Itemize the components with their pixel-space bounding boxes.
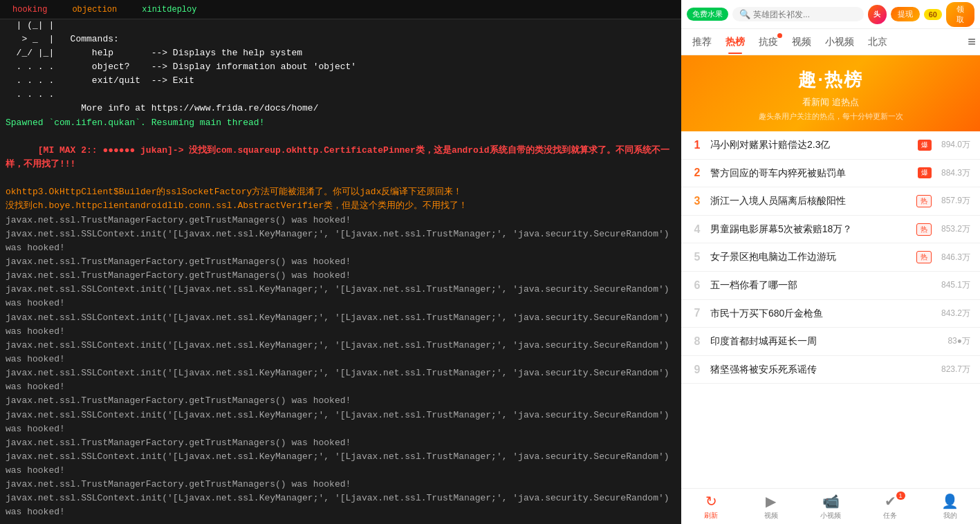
tab-xinitdeploy[interactable]: xinitdeploy	[129, 2, 209, 17]
log-line-9: javax.net.ssl.SSLContext.init('[Ljavax.n…	[6, 409, 676, 436]
hot-rank: 5	[691, 251, 703, 263]
bottom-nav-label: 任务	[883, 511, 897, 521]
hot-badge-hot: 热	[916, 251, 932, 263]
nav-tuijian[interactable]: 推荐	[685, 30, 719, 54]
log-line-8: javax.net.ssl.TrustManagerFactory.getTru…	[6, 394, 676, 408]
terminal-panel: hooking objection xinitdeploy stephen@lo…	[0, 0, 681, 524]
right-panel: 免费水果 🔍 头 提现 60 领取 推荐 热榜 抗疫 视频 小视频 北京 ≡ 趣…	[681, 0, 980, 524]
hot-rank: 7	[691, 307, 703, 319]
hot-item-count: 894.0万	[941, 139, 970, 151]
tab-objection[interactable]: objection	[59, 2, 129, 17]
nav-small-video[interactable]: 小视频	[818, 30, 861, 54]
frida-banner-7: . . . .	[6, 88, 676, 102]
bottom-nav-icon: 📹	[822, 493, 840, 509]
log-line-0: javax.net.ssl.TrustManagerFactory.getTru…	[6, 214, 676, 227]
frida-banner-2: | (_| |	[6, 19, 676, 32]
hot-item-title: 印度首都封城再延长一周	[710, 335, 941, 348]
log-line-12: javax.net.ssl.TrustManagerFactory.getTru…	[6, 478, 676, 492]
hot-item-count: 845.1万	[941, 279, 970, 291]
hot-item-title: 浙江一入境人员隔离后核酸阳性	[710, 194, 909, 208]
nav-more-icon[interactable]: ≡	[968, 34, 976, 50]
hot-item-count: 857.9万	[941, 195, 970, 207]
bottom-nav-item-视频[interactable]: ▶ 视频	[741, 489, 800, 524]
search-input[interactable]	[753, 10, 857, 19]
fruit-button[interactable]: 免费水果	[687, 8, 728, 21]
bottom-nav-item-刷新[interactable]: ↻ 刷新	[681, 489, 741, 524]
tab-hooking[interactable]: hooking	[0, 2, 59, 17]
bottom-nav-label: 刷新	[704, 511, 718, 521]
hot-badge-hot: 热	[916, 195, 932, 207]
hot-update-tip: 趣头条用户关注的热点，每十分钟更新一次	[692, 111, 969, 122]
log-line-13: javax.net.ssl.SSLContext.init('[Ljavax.n…	[6, 492, 676, 519]
hot-rank: 8	[691, 335, 703, 348]
nav-rebang[interactable]: 热榜	[719, 30, 752, 54]
frida-banner-5: . . . . object? --> Display information …	[6, 60, 676, 74]
hot-dot-kangyi	[777, 33, 782, 38]
frida-banner-4: /_/ |_| help --> Displays the help syste…	[6, 46, 676, 60]
bottom-nav-item-我的[interactable]: 👤 我的	[921, 489, 980, 524]
nav-video[interactable]: 视频	[785, 30, 818, 54]
hot-item-count: 884.3万	[941, 167, 970, 179]
hot-list-item[interactable]: 8 印度首都封城再延长一周 83●万	[681, 328, 980, 356]
hot-list-item[interactable]: 4 男童踢电影屏幕5次被索赔18万？ 热 853.2万	[681, 216, 980, 244]
bottom-nav-item-小视频[interactable]: 📹 小视频	[801, 489, 860, 524]
frida-banner-6: . . . . exit/quit --> Exit	[6, 74, 676, 88]
terminal-tabs: hooking objection xinitdeploy	[0, 0, 681, 19]
search-bar[interactable]: 🔍	[732, 7, 864, 21]
hot-badge-fire: 爆	[918, 167, 932, 178]
hot-item-title: 五一档你看了哪一部	[710, 279, 934, 292]
hot-list-item[interactable]: 1 冯小刚对赌累计赔偿达2.3亿 爆 894.0万	[681, 131, 980, 160]
bottom-nav-label: 我的	[943, 511, 957, 521]
hot-badge-hot: 热	[916, 223, 932, 236]
log-lines-container: javax.net.ssl.TrustManagerFactory.getTru…	[6, 214, 676, 520]
hot-list: 1 冯小刚对赌累计赔偿达2.3亿 爆 894.0万 2 警方回应的哥车内猝死被贴…	[681, 131, 980, 488]
frida-banner-8: More info at https://www.frida.re/docs/h…	[6, 102, 676, 115]
hot-list-item[interactable]: 2 警方回应的哥车内猝死被贴罚单 爆 884.3万	[681, 160, 980, 188]
spawned-line: Spawned `com.iifen.qukan`. Resuming main…	[6, 116, 676, 130]
hot-item-count: 846.3万	[941, 252, 970, 263]
avatar[interactable]: 头	[868, 5, 887, 24]
hot-rank: 9	[691, 364, 703, 376]
hot-rank: 6	[691, 279, 703, 292]
search-icon: 🔍	[739, 9, 750, 19]
hot-badge-fire: 爆	[918, 140, 932, 151]
bottom-nav-icon: 👤	[941, 493, 959, 509]
log-line-4: javax.net.ssl.SSLContext.init('[Ljavax.n…	[6, 283, 676, 310]
terminal-body[interactable]: stephen@localhost:~/eclipse-workspace/ho…	[0, 19, 681, 524]
log-line-10: javax.net.ssl.TrustManagerFactory.getTru…	[6, 436, 676, 450]
nav-tabs: 推荐 热榜 抗疫 视频 小视频 北京 ≡	[681, 29, 980, 55]
hot-list-item[interactable]: 7 市民十万买下680斤金枪鱼 843.2万	[681, 300, 980, 328]
frida-banner-3: > _ | Commands:	[6, 32, 676, 46]
hot-list-item[interactable]: 9 猪坚强将被安乐死系谣传 823.7万	[681, 356, 980, 384]
bottom-nav-badge: 1	[896, 492, 905, 500]
bottom-nav-label: 小视频	[820, 511, 841, 521]
hot-rank: 3	[691, 195, 703, 207]
hot-item-title: 男童踢电影屏幕5次被索赔18万？	[710, 223, 909, 236]
tixian-button[interactable]: 提现	[891, 7, 920, 21]
hot-list-item[interactable]: 6 五一档你看了哪一部 845.1万	[681, 272, 980, 300]
hot-title: 趣·热榜	[692, 68, 969, 92]
hot-rank: 4	[691, 223, 703, 236]
hot-subtitle: 看新闻 追热点	[692, 96, 969, 109]
lingqu-button[interactable]: 领取	[946, 2, 974, 27]
hot-list-item[interactable]: 5 女子景区抱电脑边工作边游玩 热 846.3万	[681, 243, 980, 272]
topbar: 免费水果 🔍 头 提现 60 领取	[681, 0, 980, 29]
hot-item-count: 853.2万	[941, 223, 970, 235]
mi-max-line: [MI MAX 2:: ●●●●●● jukan]-> 没找到com.squar…	[6, 130, 676, 186]
hot-item-title: 市民十万买下680斤金枪鱼	[710, 307, 934, 321]
hot-item-count: 823.7万	[941, 364, 970, 375]
bottom-nav-item-任务[interactable]: 1 ✔ 任务	[860, 489, 920, 524]
log-line-2: javax.net.ssl.TrustManagerFactory.getTru…	[6, 255, 676, 269]
nav-kangyi[interactable]: 抗疫	[752, 30, 785, 54]
hot-item-count: 83●万	[947, 335, 970, 347]
hot-item-title: 猪坚强将被安乐死系谣传	[710, 363, 934, 377]
log-line-5: javax.net.ssl.SSLContext.init('[Ljavax.n…	[6, 311, 676, 339]
hot-list-item[interactable]: 3 浙江一入境人员隔离后核酸阳性 热 857.9万	[681, 187, 980, 216]
nav-beijing[interactable]: 北京	[861, 30, 894, 54]
okhttp-line-2: 没找到ch.boye.httpclientandroidlib.conn.ssl…	[6, 199, 676, 213]
bottom-nav-label: 视频	[764, 511, 778, 521]
hot-rank: 1	[691, 139, 703, 151]
hot-item-title: 警方回应的哥车内猝死被贴罚单	[710, 167, 911, 180]
log-line-3: javax.net.ssl.TrustManagerFactory.getTru…	[6, 269, 676, 283]
log-line-6: javax.net.ssl.SSLContext.init('[Ljavax.n…	[6, 339, 676, 366]
